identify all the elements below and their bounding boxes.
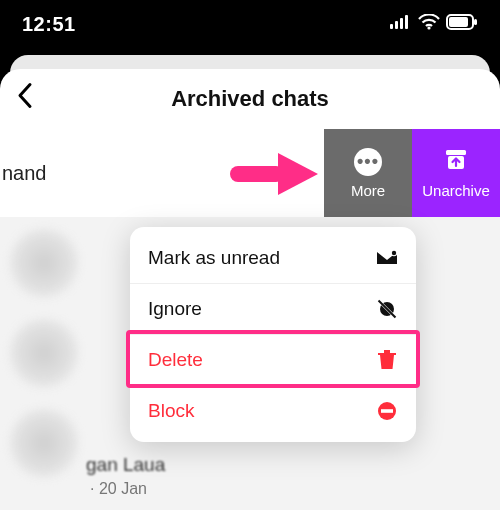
menu-label: Block <box>148 400 194 422</box>
back-button[interactable] <box>16 83 34 116</box>
status-indicators <box>390 14 478 34</box>
annotation-arrow <box>228 151 320 201</box>
status-time: 12:51 <box>22 13 76 36</box>
menu-delete[interactable]: Delete <box>130 334 416 385</box>
svg-rect-17 <box>381 409 393 413</box>
unarchive-icon <box>443 147 469 176</box>
page-title: Archived chats <box>171 86 329 112</box>
mail-unread-icon <box>376 250 398 266</box>
avatar <box>10 319 78 387</box>
list-item-subtitle: · 20 Jan <box>90 480 147 498</box>
avatar <box>10 229 78 297</box>
menu-label: Delete <box>148 349 203 371</box>
svg-rect-6 <box>449 17 468 27</box>
svg-rect-0 <box>390 24 393 29</box>
menu-block[interactable]: Block <box>130 385 416 436</box>
menu-label: Ignore <box>148 298 202 320</box>
signal-icon <box>390 15 412 33</box>
chat-row[interactable]: nand ••• More Unarchive <box>0 129 500 217</box>
svg-rect-2 <box>400 18 403 29</box>
svg-point-4 <box>427 26 430 29</box>
sheet-header: Archived chats <box>0 69 500 129</box>
unarchive-label: Unarchive <box>422 182 490 199</box>
svg-rect-8 <box>446 150 466 155</box>
menu-label: Mark as unread <box>148 247 280 269</box>
unarchive-button[interactable]: Unarchive <box>412 129 500 217</box>
eye-slash-icon <box>376 298 398 320</box>
block-icon <box>376 401 398 421</box>
svg-rect-7 <box>474 19 477 25</box>
svg-rect-10 <box>230 166 284 182</box>
svg-rect-3 <box>405 15 408 29</box>
svg-point-12 <box>392 251 396 255</box>
wifi-icon <box>418 14 440 34</box>
trash-icon <box>376 350 398 370</box>
menu-ignore[interactable]: Ignore <box>130 283 416 334</box>
context-menu: Mark as unread Ignore Delete Block <box>130 227 416 442</box>
chat-name-fragment: nand <box>0 162 47 185</box>
battery-icon <box>446 14 478 34</box>
more-label: More <box>351 182 385 199</box>
archived-chats-sheet: Archived chats nand ••• More Unarchive <box>0 69 500 510</box>
status-bar: 12:51 <box>0 0 500 48</box>
svg-rect-1 <box>395 21 398 29</box>
more-button[interactable]: ••• More <box>324 129 412 217</box>
more-icon: ••• <box>354 148 382 176</box>
list-item-name-blurred: gan Laua <box>86 454 165 476</box>
menu-mark-unread[interactable]: Mark as unread <box>130 233 416 283</box>
device-frame: 12:51 Archived chats nand <box>0 0 500 510</box>
blurred-avatars <box>10 229 78 499</box>
avatar <box>10 409 78 477</box>
swipe-actions: ••• More Unarchive <box>324 129 500 217</box>
